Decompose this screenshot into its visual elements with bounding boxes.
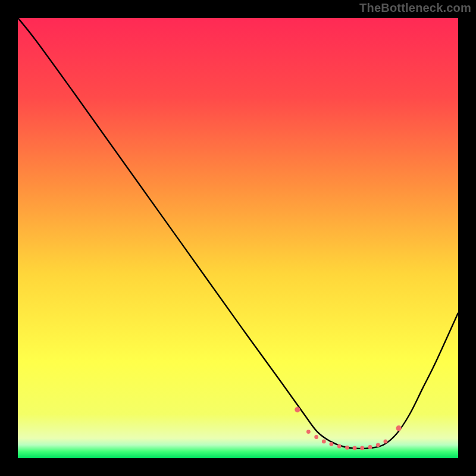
marker-point (329, 442, 333, 446)
marker-point (345, 446, 349, 450)
marker-point (396, 425, 402, 431)
watermark-text: TheBottleneck.com (359, 1, 471, 15)
marker-point (384, 439, 388, 443)
marker-point (353, 446, 357, 450)
marker-point (360, 446, 364, 450)
marker-point (376, 443, 380, 447)
gradient-background (18, 18, 458, 458)
marker-point (337, 444, 342, 449)
marker-point (322, 439, 326, 443)
marker-point (306, 430, 311, 434)
chart-container: TheBottleneck.com (0, 0, 476, 476)
marker-point (368, 445, 372, 449)
chart-svg (18, 18, 458, 458)
plot-area (18, 18, 458, 458)
marker-point (314, 435, 318, 439)
marker-point (295, 407, 300, 412)
